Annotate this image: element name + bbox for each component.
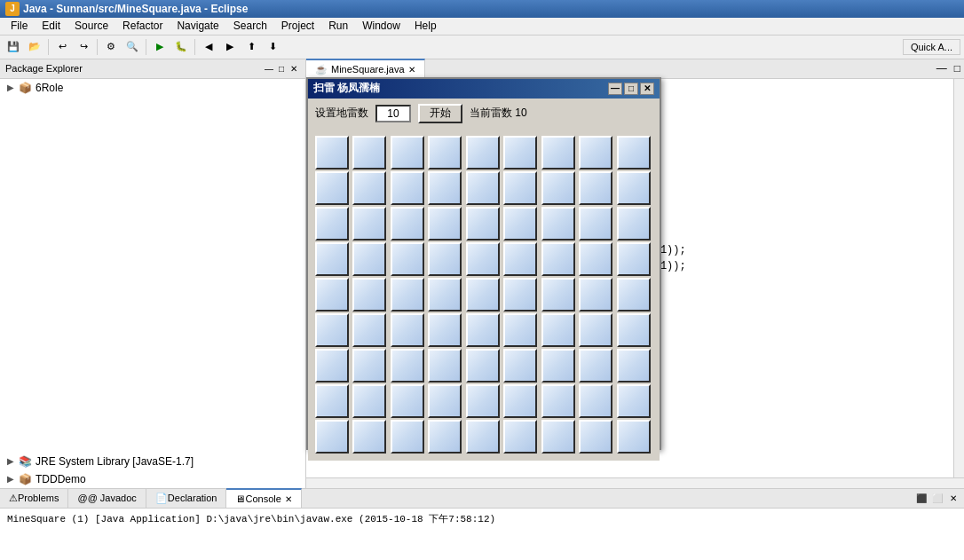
mine-cell-6-4[interactable] — [466, 349, 500, 383]
mine-cell-1-3[interactable] — [428, 171, 462, 205]
mine-cell-5-1[interactable] — [352, 313, 386, 347]
menu-file[interactable]: File — [4, 18, 35, 34]
console-close-btn[interactable]: ✕ — [946, 491, 960, 505]
mine-cell-3-5[interactable] — [503, 242, 537, 276]
mine-cell-2-8[interactable] — [617, 207, 651, 241]
mine-cell-4-6[interactable] — [541, 278, 575, 312]
mine-count-input[interactable]: 10 — [375, 105, 411, 122]
mine-cell-7-0[interactable] — [315, 384, 349, 418]
mine-cell-2-4[interactable] — [466, 207, 500, 241]
mine-cell-5-4[interactable] — [466, 313, 500, 347]
panel-maximize-btn[interactable]: □ — [275, 62, 288, 75]
toolbar-btn-7[interactable]: ◀ — [199, 37, 218, 57]
mine-cell-4-8[interactable] — [617, 278, 651, 312]
mine-cell-4-1[interactable] — [352, 278, 386, 312]
mine-dialog-close[interactable]: ✕ — [640, 83, 654, 95]
mine-cell-6-5[interactable] — [503, 349, 537, 383]
mine-cell-6-2[interactable] — [391, 349, 424, 383]
mine-cell-3-3[interactable] — [428, 242, 462, 276]
toolbar-btn-4[interactable]: ↪ — [74, 37, 93, 57]
menu-navigate[interactable]: Navigate — [170, 18, 225, 34]
mine-cell-1-1[interactable] — [352, 171, 386, 205]
editor-tab-close[interactable]: ✕ — [408, 65, 415, 75]
tab-console-close[interactable]: ✕ — [285, 494, 292, 504]
toolbar-btn-6[interactable]: 🔍 — [122, 37, 142, 57]
mine-cell-6-6[interactable] — [541, 349, 575, 383]
mine-cell-5-3[interactable] — [428, 313, 462, 347]
console-stop-btn[interactable]: ⬜ — [930, 491, 944, 505]
code-scrollbar-h[interactable] — [306, 477, 964, 488]
editor-minimize-btn[interactable]: — — [933, 62, 951, 75]
mine-cell-2-2[interactable] — [391, 207, 424, 241]
mine-cell-1-6[interactable] — [541, 171, 575, 205]
mine-cell-2-6[interactable] — [541, 207, 575, 241]
mine-cell-7-1[interactable] — [352, 384, 386, 418]
menu-help[interactable]: Help — [407, 18, 444, 34]
menu-source[interactable]: Source — [67, 18, 115, 34]
menu-search[interactable]: Search — [226, 18, 274, 34]
tree-item-tdddemo[interactable]: ▶ 📦 TDDDemo — [0, 470, 305, 488]
quick-access-field[interactable]: Quick A... — [903, 39, 960, 55]
menu-run[interactable]: Run — [321, 18, 355, 34]
tab-console[interactable]: 🖥 Console ✕ — [226, 488, 301, 508]
mine-cell-7-7[interactable] — [579, 384, 612, 418]
mine-cell-6-1[interactable] — [352, 349, 386, 383]
mine-cell-4-4[interactable] — [466, 278, 500, 312]
mine-cell-1-4[interactable] — [466, 171, 500, 205]
menu-edit[interactable]: Edit — [35, 18, 67, 34]
mine-cell-6-7[interactable] — [579, 349, 612, 383]
mine-cell-7-3[interactable] — [428, 384, 462, 418]
mine-cell-0-7[interactable] — [579, 136, 612, 170]
mine-cell-3-1[interactable] — [352, 242, 386, 276]
mine-cell-5-0[interactable] — [315, 313, 349, 347]
mine-cell-8-2[interactable] — [391, 420, 424, 454]
mine-cell-2-3[interactable] — [428, 207, 462, 241]
code-scrollbar-v[interactable] — [953, 79, 964, 477]
toolbar-btn-3[interactable]: ↩ — [52, 37, 72, 57]
panel-close-btn[interactable]: ✕ — [288, 62, 300, 75]
mine-cell-5-7[interactable] — [579, 313, 612, 347]
toolbar-btn-8[interactable]: ▶ — [220, 37, 240, 57]
mine-cell-4-7[interactable] — [579, 278, 612, 312]
mine-cell-8-5[interactable] — [503, 420, 537, 454]
tab-declaration[interactable]: 📄 Declaration — [146, 488, 227, 508]
toolbar-btn-1[interactable]: 💾 — [4, 37, 23, 57]
mine-cell-1-2[interactable] — [391, 171, 424, 205]
tab-javadoc[interactable]: @ @ Javadoc — [68, 488, 146, 508]
mine-cell-3-7[interactable] — [579, 242, 612, 276]
mine-cell-0-2[interactable] — [391, 136, 424, 170]
menu-project[interactable]: Project — [274, 18, 321, 34]
mine-cell-5-5[interactable] — [503, 313, 537, 347]
mine-cell-2-7[interactable] — [579, 207, 612, 241]
mine-cell-7-6[interactable] — [541, 384, 575, 418]
mine-cell-2-0[interactable] — [315, 207, 349, 241]
tree-item-6role[interactable]: ▶ 📦 6Role — [0, 79, 305, 97]
mine-cell-6-8[interactable] — [617, 349, 651, 383]
mine-cell-8-1[interactable] — [352, 420, 386, 454]
panel-minimize-btn[interactable]: — — [263, 62, 275, 75]
mine-cell-3-0[interactable] — [315, 242, 349, 276]
mine-dialog-restore[interactable]: □ — [624, 83, 638, 95]
toolbar-btn-5[interactable]: ⚙ — [101, 37, 121, 57]
mine-cell-8-3[interactable] — [428, 420, 462, 454]
mine-cell-1-0[interactable] — [315, 171, 349, 205]
mine-cell-1-8[interactable] — [617, 171, 651, 205]
mine-cell-2-5[interactable] — [503, 207, 537, 241]
mine-cell-0-0[interactable] — [315, 136, 349, 170]
tree-item-jre[interactable]: ▶ 📚 JRE System Library [JavaSE-1.7] — [0, 453, 305, 470]
mine-cell-3-6[interactable] — [541, 242, 575, 276]
mine-cell-8-7[interactable] — [579, 420, 612, 454]
toolbar-debug[interactable]: 🐛 — [171, 37, 191, 57]
mine-cell-7-2[interactable] — [391, 384, 424, 418]
mine-cell-8-0[interactable] — [315, 420, 349, 454]
mine-cell-3-8[interactable] — [617, 242, 651, 276]
toolbar-btn-10[interactable]: ⬇ — [263, 37, 282, 57]
mine-cell-5-2[interactable] — [391, 313, 424, 347]
menu-refactor[interactable]: Refactor — [115, 18, 170, 34]
mine-start-btn[interactable]: 开始 — [418, 104, 462, 123]
mine-cell-0-6[interactable] — [541, 136, 575, 170]
mine-cell-1-7[interactable] — [579, 171, 612, 205]
mine-cell-0-5[interactable] — [503, 136, 537, 170]
menu-window[interactable]: Window — [355, 18, 407, 34]
toolbar-btn-2[interactable]: 📂 — [25, 37, 44, 57]
